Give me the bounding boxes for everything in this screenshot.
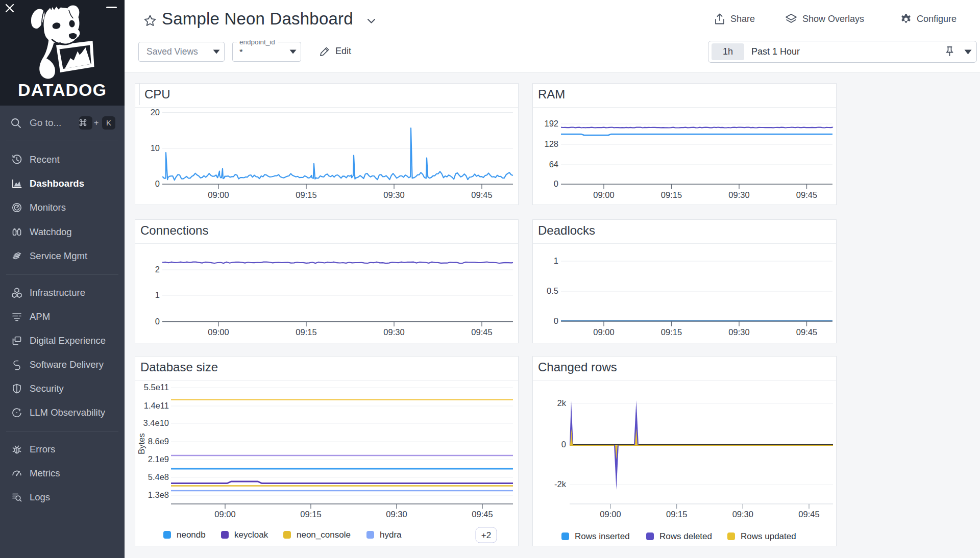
svg-text:09:15: 09:15 <box>661 327 682 337</box>
svg-text:09:45: 09:45 <box>472 510 493 519</box>
svg-text:09:15: 09:15 <box>300 510 321 519</box>
svg-text:09:30: 09:30 <box>383 190 404 199</box>
svg-text:09:30: 09:30 <box>386 510 407 519</box>
svg-text:1.4e11: 1.4e11 <box>144 401 169 410</box>
svg-text:8.6e9: 8.6e9 <box>148 437 169 446</box>
svg-text:neon_console: neon_console <box>297 530 351 540</box>
svg-text:Rows updated: Rows updated <box>741 531 796 541</box>
svg-text:-2k: -2k <box>554 479 567 489</box>
svg-text:09:00: 09:00 <box>600 510 621 519</box>
svg-text:1: 1 <box>155 290 160 299</box>
svg-text:09:00: 09:00 <box>208 190 229 199</box>
svg-text:0: 0 <box>155 179 160 188</box>
svg-text:09:45: 09:45 <box>471 190 492 199</box>
svg-text:1: 1 <box>554 256 558 265</box>
svg-text:09:45: 09:45 <box>798 510 819 519</box>
svg-text:09:15: 09:15 <box>666 510 687 519</box>
svg-text:09:00: 09:00 <box>593 327 614 337</box>
svg-text:5.4e8: 5.4e8 <box>148 472 169 481</box>
svg-text:0: 0 <box>155 317 160 326</box>
svg-text:09:30: 09:30 <box>728 190 749 199</box>
svg-text:1.3e8: 1.3e8 <box>148 490 169 499</box>
svg-text:128: 128 <box>544 139 558 148</box>
svg-text:09:45: 09:45 <box>796 190 817 199</box>
svg-text:Rows inserted: Rows inserted <box>575 531 630 541</box>
svg-text:2k: 2k <box>557 398 567 408</box>
svg-text:Rows deleted: Rows deleted <box>659 531 712 541</box>
svg-text:09:15: 09:15 <box>661 190 682 199</box>
svg-text:+2: +2 <box>481 530 491 540</box>
svg-text:09:00: 09:00 <box>214 510 235 519</box>
svg-text:hydra: hydra <box>380 530 402 540</box>
svg-text:09:45: 09:45 <box>796 327 817 337</box>
svg-text:neondb: neondb <box>177 530 206 540</box>
svg-text:0: 0 <box>554 316 558 325</box>
svg-text:0.5: 0.5 <box>547 286 558 295</box>
svg-text:192: 192 <box>544 119 558 128</box>
svg-text:0: 0 <box>554 179 558 188</box>
svg-text:09:15: 09:15 <box>296 190 316 199</box>
svg-text:0: 0 <box>561 440 566 449</box>
svg-text:20: 20 <box>151 108 160 117</box>
svg-text:64: 64 <box>549 160 558 169</box>
svg-text:keycloak: keycloak <box>234 530 268 540</box>
svg-text:5.5e11: 5.5e11 <box>144 383 169 392</box>
svg-text:09:30: 09:30 <box>383 327 404 337</box>
svg-text:09:30: 09:30 <box>732 510 753 519</box>
svg-text:09:45: 09:45 <box>471 327 492 337</box>
svg-text:2.1e9: 2.1e9 <box>148 454 169 464</box>
svg-text:09:30: 09:30 <box>728 327 749 337</box>
svg-text:09:00: 09:00 <box>593 190 614 199</box>
svg-text:10: 10 <box>151 143 160 153</box>
svg-text:2: 2 <box>155 265 160 274</box>
svg-text:Bytes: Bytes <box>137 433 146 454</box>
svg-text:09:00: 09:00 <box>208 327 229 337</box>
svg-text:09:15: 09:15 <box>296 327 316 337</box>
svg-text:3.4e10: 3.4e10 <box>143 418 169 427</box>
